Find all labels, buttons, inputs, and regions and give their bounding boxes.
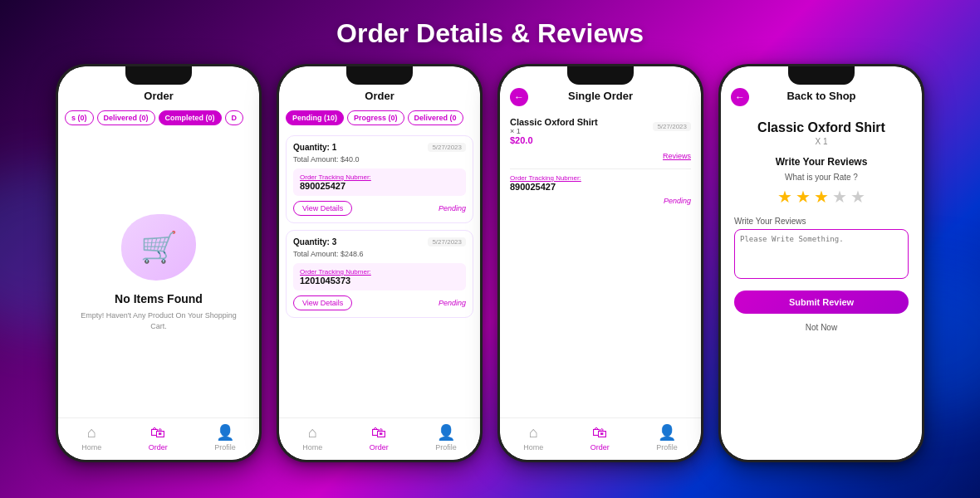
tab-pill-2[interactable]: Delivered (0) [97,110,155,125]
order-2-date: 5/27/2023 [428,237,466,247]
tab-pill-1[interactable]: s (0) [65,110,94,125]
single-order-section: Classic Oxford Shirt × 1 $20.0 5/27/2023… [507,114,694,208]
nav-profile-3[interactable]: 👤 Profile [656,423,678,452]
cart-icon: 🛒 [140,230,178,265]
review-textarea[interactable] [734,229,909,279]
bag-icon-2: 🛍 [371,424,386,442]
order-card-2: Quantity: 3 5/27/2023 Total Amount: $248… [286,230,473,318]
empty-title: No Items Found [115,292,203,305]
order-1-tracking-box: Order Tracking Nubmer: 890025427 [293,168,466,196]
phone-3-notch [567,66,634,85]
star-2[interactable]: ★ [796,187,811,207]
home-icon-3: ⌂ [529,424,538,442]
order-meta-3: 5/27/2023 Reviews [653,117,691,162]
star-3[interactable]: ★ [814,187,829,207]
status-3: Pending [510,197,691,205]
single-order-header: Classic Oxford Shirt × 1 $20.0 5/27/2023… [510,117,691,162]
nav-order-2[interactable]: 🛍 Order [370,424,389,452]
profile-icon-3: 👤 [658,423,676,442]
not-now-button[interactable]: Not Now [734,323,909,332]
page-title: Order Details & Reviews [336,18,644,49]
phone-2: Order Pending (10) Progress (0) Delivere… [277,64,483,462]
tab-pill-3[interactable]: Completed (0) [159,110,222,125]
submit-review-button[interactable]: Submit Review [734,290,909,314]
home-icon: ⌂ [87,424,96,442]
phone-2-content: Quantity: 1 5/27/2023 Total Amount: $40.… [279,129,480,417]
nav-order-3[interactable]: 🛍 Order [590,424,610,452]
tracking-label-3: Order Tracking Nubmer: [510,174,691,182]
back-button-3[interactable]: ← [510,88,528,106]
review-product-name: Classic Oxford Shirt [734,120,909,135]
product-qty-3: × 1 [510,127,598,135]
nav-profile-1[interactable]: 👤 Profile [214,423,236,452]
phones-container: Order s (0) Delivered (0) Completed (0) … [56,64,924,462]
bag-icon-3: 🛍 [592,424,607,442]
phone-3-bottom-nav: ⌂ Home 🛍 Order 👤 Profile [500,417,701,460]
home-icon-2: ⌂ [308,424,317,442]
review-product-qty: X 1 [734,137,909,146]
tracking-section-3: Order Tracking Nubmer: 890025427 [510,174,691,192]
order-2-tracking-box: Order Tracking Nubmer: 1201045373 [293,263,466,290]
nav-home-2[interactable]: ⌂ Home [302,424,322,452]
tracking-num-3: 890025427 [510,182,691,192]
review-section: Classic Oxford Shirt X 1 Write Your Revi… [728,114,915,340]
star-5[interactable]: ★ [850,187,865,207]
review-section-title: Write Your Reviews [734,156,909,168]
order-1-tracking-num: 890025427 [300,181,459,191]
order-1-footer: View Details Pending [293,201,466,216]
phone-2-notch [346,66,413,85]
profile-icon: 👤 [216,423,234,442]
cart-blob: 🛒 [121,214,196,281]
order-card-1: Quantity: 1 5/27/2023 Total Amount: $40.… [286,135,473,223]
tab-delivered[interactable]: Delivered (0 [408,110,463,125]
order-2-tracking-label: Order Tracking Nubmer: [300,268,459,276]
phone-4-notch [788,66,855,85]
phone-2-screen: Order Pending (10) Progress (0) Delivere… [279,66,480,460]
star-1[interactable]: ★ [777,187,792,207]
tab-progress[interactable]: Progress (0) [347,110,404,125]
bag-icon: 🛍 [150,424,165,442]
product-info: Classic Oxford Shirt × 1 $20.0 [510,117,598,145]
order-2-tracking-num: 1201045373 [300,276,459,286]
phone-1-notch [125,66,192,85]
tab-pill-4[interactable]: D [225,110,244,125]
nav-home-1[interactable]: ⌂ Home [81,424,101,452]
phone-1-content: 🛒 No Items Found Empty! Haven't Any Prod… [58,129,259,417]
nav-order-1[interactable]: 🛍 Order [149,424,168,452]
order-2-footer: View Details Pending [293,295,466,310]
phone-1-screen: Order s (0) Delivered (0) Completed (0) … [58,66,259,460]
order-1-status: Pending [439,204,466,212]
order-1-qty: Quantity: 1 [293,143,336,152]
order-2-status: Pending [439,299,466,307]
phone-2-bottom-nav: ⌂ Home 🛍 Order 👤 Profile [279,417,480,460]
back-button-4[interactable]: ← [731,88,749,106]
nav-profile-2[interactable]: 👤 Profile [435,423,457,452]
reviews-link[interactable]: Reviews [663,152,691,160]
phone-3-screen: ← Single Order Classic Oxford Shirt × 1 … [500,66,701,460]
phone-1-tabs[interactable]: s (0) Delivered (0) Completed (0) D [58,107,259,129]
phone-4-content: Classic Oxford Shirt X 1 Write Your Revi… [721,107,922,460]
order-2-amount: Total Amount: $248.6 [293,250,466,258]
phone-3-content: Classic Oxford Shirt × 1 $20.0 5/27/2023… [500,107,701,417]
empty-cart-section: 🛒 No Items Found Empty! Haven't Any Prod… [65,135,252,411]
phone-4: ← Back to Shop Classic Oxford Shirt X 1 … [718,64,924,462]
tab-pending[interactable]: Pending (10) [286,110,344,125]
phone-1: Order s (0) Delivered (0) Completed (0) … [56,64,262,462]
product-price-3: $20.0 [510,135,598,145]
view-details-btn-1[interactable]: View Details [293,201,352,216]
view-details-btn-2[interactable]: View Details [293,295,352,310]
order-1-amount: Total Amount: $40.0 [293,155,466,164]
nav-home-3[interactable]: ⌂ Home [523,424,543,452]
star-4[interactable]: ★ [832,187,847,207]
phone-1-bottom-nav: ⌂ Home 🛍 Order 👤 Profile [58,417,259,460]
order-date-3: 5/27/2023 [653,122,691,131]
order-card-2-header: Quantity: 3 5/27/2023 [293,237,466,247]
phone-2-tabs[interactable]: Pending (10) Progress (0) Delivered (0 [279,107,480,129]
phone-4-screen: ← Back to Shop Classic Oxford Shirt X 1 … [721,66,922,460]
order-card-1-header: Quantity: 1 5/27/2023 [293,143,466,152]
order-1-date: 5/27/2023 [428,143,466,152]
divider-3 [510,168,691,169]
profile-icon-2: 👤 [437,423,455,442]
empty-desc: Empty! Haven't Any Product On Your Shopp… [73,310,244,331]
stars-row: ★ ★ ★ ★ ★ [734,187,909,207]
